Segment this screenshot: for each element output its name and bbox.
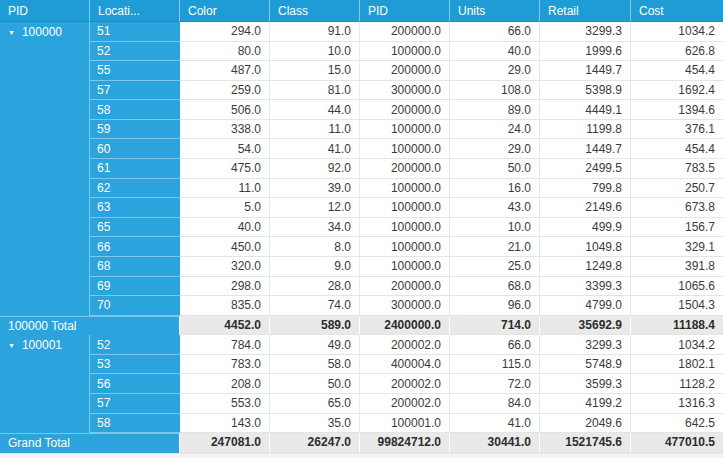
data-cell: 259.0 xyxy=(180,81,270,101)
data-cell: 24.0 xyxy=(450,120,540,140)
data-cell: 250.7 xyxy=(631,179,723,199)
location-row-header[interactable]: 51 xyxy=(90,22,180,42)
data-cell: 400004.0 xyxy=(360,355,450,375)
data-cell: 4799.0 xyxy=(540,296,631,316)
data-cell: 1316.3 xyxy=(631,394,723,414)
data-cell: 1394.6 xyxy=(631,100,723,120)
pivot-grid-window: PIDLocati...ColorClassPIDUnitsRetailCost… xyxy=(0,0,723,458)
data-cell: 1065.6 xyxy=(631,277,723,297)
column-header-cost[interactable]: Cost xyxy=(631,0,723,22)
data-cell: 1504.3 xyxy=(631,296,723,316)
data-cell: 25.0 xyxy=(450,257,540,277)
group-expand-icon[interactable]: ▼ xyxy=(8,342,15,349)
location-row-header[interactable]: 56 xyxy=(90,374,180,394)
location-row-header[interactable]: 58 xyxy=(90,100,180,120)
data-cell: 376.1 xyxy=(631,120,723,140)
group-expand-icon[interactable]: ▼ xyxy=(8,29,15,36)
column-header-retail[interactable]: Retail xyxy=(540,0,631,22)
data-cell: 80.0 xyxy=(180,42,270,62)
data-cell: 35.0 xyxy=(270,414,360,434)
data-cell: 1999.6 xyxy=(540,42,631,62)
location-row-header[interactable]: 69 xyxy=(90,277,180,297)
data-cell: 783.0 xyxy=(180,355,270,375)
data-cell: 2499.5 xyxy=(540,159,631,179)
column-header-pid-group[interactable]: PID xyxy=(0,0,90,22)
grand-total-cell: 247081.0 xyxy=(180,433,270,453)
data-cell: 200000.0 xyxy=(360,277,450,297)
data-cell: 100000.0 xyxy=(360,120,450,140)
data-cell: 89.0 xyxy=(450,100,540,120)
data-cell: 72.0 xyxy=(450,374,540,394)
column-header-color[interactable]: Color xyxy=(180,0,270,22)
group-total-cell: 714.0 xyxy=(450,316,540,336)
location-row-header[interactable]: 60 xyxy=(90,139,180,159)
data-cell: 487.0 xyxy=(180,61,270,81)
data-cell: 84.0 xyxy=(450,394,540,414)
group-row-header[interactable]: ▼100001 xyxy=(0,335,90,433)
data-cell: 208.0 xyxy=(180,374,270,394)
data-cell: 1199.8 xyxy=(540,120,631,140)
data-cell: 300000.0 xyxy=(360,81,450,101)
data-cell: 50.0 xyxy=(270,374,360,394)
location-row-header[interactable]: 55 xyxy=(90,61,180,81)
data-cell: 2049.6 xyxy=(540,414,631,434)
data-cell: 21.0 xyxy=(450,237,540,257)
group-row-header[interactable]: ▼100000 xyxy=(0,22,90,316)
data-cell: 115.0 xyxy=(450,355,540,375)
data-cell: 54.0 xyxy=(180,139,270,159)
location-row-header[interactable]: 68 xyxy=(90,257,180,277)
location-row-header[interactable]: 66 xyxy=(90,237,180,257)
data-cell: 1128.2 xyxy=(631,374,723,394)
data-cell: 11.0 xyxy=(270,120,360,140)
data-cell: 108.0 xyxy=(450,81,540,101)
column-header-pid[interactable]: PID xyxy=(360,0,450,22)
grand-total-cell: 99824712.0 xyxy=(360,433,450,453)
data-cell: 92.0 xyxy=(270,159,360,179)
location-row-header[interactable]: 62 xyxy=(90,179,180,199)
data-cell: 3599.3 xyxy=(540,374,631,394)
data-cell: 10.0 xyxy=(270,42,360,62)
data-cell: 391.8 xyxy=(631,257,723,277)
data-cell: 499.9 xyxy=(540,218,631,238)
location-row-header[interactable]: 63 xyxy=(90,198,180,218)
data-cell: 450.0 xyxy=(180,237,270,257)
column-header-class[interactable]: Class xyxy=(270,0,360,22)
location-row-header[interactable]: 58 xyxy=(90,414,180,434)
location-row-header[interactable]: 57 xyxy=(90,394,180,414)
location-row-header[interactable]: 59 xyxy=(90,120,180,140)
group-total-cell: 4452.0 xyxy=(180,316,270,336)
data-cell: 66.0 xyxy=(450,335,540,355)
location-row-header[interactable]: 57 xyxy=(90,81,180,101)
location-row-header[interactable]: 65 xyxy=(90,218,180,238)
location-row-header[interactable]: 70 xyxy=(90,296,180,316)
grand-total-cell: 30441.0 xyxy=(450,433,540,453)
group-total-cell: 589.0 xyxy=(270,316,360,336)
location-row-header[interactable]: 52 xyxy=(90,42,180,62)
data-cell: 1449.7 xyxy=(540,139,631,159)
column-header-location[interactable]: Locati... xyxy=(90,0,180,22)
location-row-header[interactable]: 52 xyxy=(90,335,180,355)
data-cell: 9.0 xyxy=(270,257,360,277)
column-header-units[interactable]: Units xyxy=(450,0,540,22)
data-cell: 784.0 xyxy=(180,335,270,355)
data-cell: 298.0 xyxy=(180,277,270,297)
data-cell: 5.0 xyxy=(180,198,270,218)
data-cell: 799.8 xyxy=(540,179,631,199)
data-cell: 40.0 xyxy=(450,42,540,62)
data-cell: 74.0 xyxy=(270,296,360,316)
data-cell: 673.8 xyxy=(631,198,723,218)
data-cell: 5748.9 xyxy=(540,355,631,375)
data-cell: 1802.1 xyxy=(631,355,723,375)
data-cell: 96.0 xyxy=(450,296,540,316)
data-cell: 16.0 xyxy=(450,179,540,199)
data-cell: 475.0 xyxy=(180,159,270,179)
data-cell: 454.4 xyxy=(631,139,723,159)
data-cell: 49.0 xyxy=(270,335,360,355)
location-row-header[interactable]: 61 xyxy=(90,159,180,179)
data-cell: 626.8 xyxy=(631,42,723,62)
data-cell: 10.0 xyxy=(450,218,540,238)
data-cell: 329.1 xyxy=(631,237,723,257)
location-row-header[interactable]: 53 xyxy=(90,355,180,375)
data-cell: 3299.3 xyxy=(540,335,631,355)
data-cell: 15.0 xyxy=(270,61,360,81)
